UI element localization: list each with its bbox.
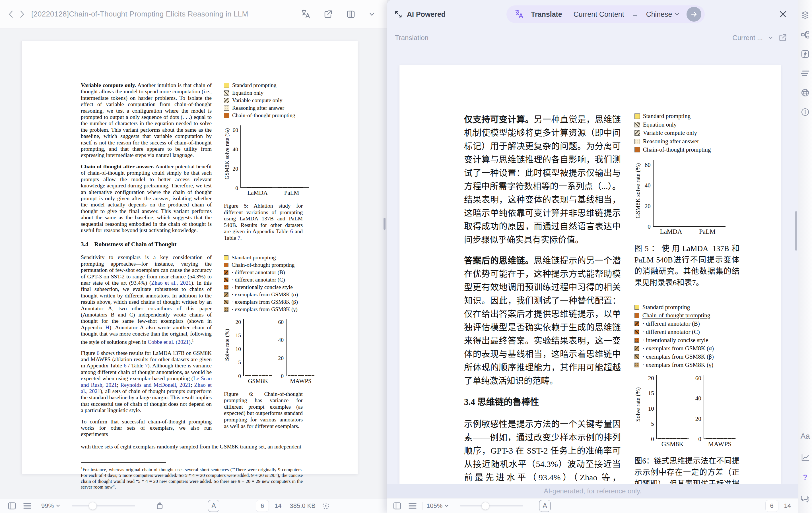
zh-paragraph-sensitivity: 示例敏感性是提示方法的一个关键考量因素——例如，通过改变少样本示例的排列顺序，G… bbox=[464, 417, 621, 484]
globe-icon bbox=[801, 88, 809, 97]
bar bbox=[249, 375, 251, 376]
citation-link[interactable]: H bbox=[105, 325, 109, 330]
thumbnails-button[interactable] bbox=[407, 500, 418, 512]
legend-swatch bbox=[635, 338, 639, 343]
reader-header: [20220128]Chain-of-Thought Prompting Eli… bbox=[0, 0, 387, 28]
citation-link[interactable]: 7 bbox=[238, 235, 240, 241]
stats-button[interactable] bbox=[800, 453, 810, 463]
back-button[interactable] bbox=[5, 8, 17, 20]
view-options-button[interactable] bbox=[368, 9, 376, 20]
zoom-slider[interactable] bbox=[72, 505, 135, 507]
bar bbox=[682, 226, 686, 226]
legend-swatch bbox=[224, 307, 229, 312]
sidebar-toggle-button[interactable] bbox=[392, 500, 403, 512]
legend-label: · exemplars from GSM8K (α) bbox=[642, 345, 714, 352]
chevron-down-icon[interactable] bbox=[768, 36, 773, 39]
translate-button[interactable] bbox=[300, 9, 311, 20]
info-button[interactable] bbox=[800, 107, 810, 117]
text-mode-button[interactable]: A bbox=[208, 500, 220, 512]
target-language-select[interactable]: Chinese bbox=[646, 10, 679, 19]
legend-label: Standard prompting bbox=[643, 113, 691, 120]
ai-powered-label: AI Powered bbox=[394, 10, 445, 19]
text-mode-button[interactable]: A bbox=[539, 500, 551, 512]
legend-item: Variable compute only bbox=[224, 97, 303, 103]
figure6-chart: Solve rate (%)05101520GSM8K0204060MAWPS bbox=[224, 316, 303, 385]
zoom-select[interactable]: 99% bbox=[41, 502, 60, 510]
y-axis-label: GSM8K solve rate (%) bbox=[635, 157, 642, 224]
y-axis-label: Solve rate (%) bbox=[224, 316, 230, 373]
summary-button[interactable] bbox=[800, 68, 810, 79]
citation-link[interactable]: 6 bbox=[97, 350, 99, 356]
translation-scrollbar[interactable] bbox=[795, 211, 797, 250]
citation-link[interactable]: 6 bbox=[124, 363, 126, 368]
close-panel-button[interactable] bbox=[778, 9, 788, 19]
left-scrollbar[interactable] bbox=[383, 218, 385, 230]
citation-link[interactable]: 7 bbox=[145, 363, 148, 368]
zh-figure5-chart: GSM8K solve rate (%)0204060LaMDAPaLM bbox=[635, 157, 740, 236]
legend-swatch bbox=[224, 292, 229, 297]
translated-text-column: 仅支持可变计算。另一种直觉是，思维链机制使模型能够将更多计算资源（即中间标记）用… bbox=[464, 113, 621, 484]
y-tick: 40 bbox=[233, 147, 238, 152]
zoom-slider-thumb[interactable] bbox=[89, 502, 97, 510]
bar-group bbox=[693, 226, 719, 226]
legend-item: · exemplars from GSM8K (β) bbox=[224, 299, 303, 305]
bar bbox=[252, 375, 255, 376]
font-settings-button[interactable]: Aa bbox=[800, 431, 810, 441]
forward-button[interactable] bbox=[17, 8, 28, 20]
zoom-slider-thumb[interactable] bbox=[482, 502, 489, 510]
bar bbox=[291, 375, 294, 376]
citation-link[interactable]: 6 bbox=[290, 228, 293, 234]
plot-area bbox=[704, 375, 736, 439]
open-external-button[interactable] bbox=[323, 9, 334, 20]
figure5-caption: Figure 5: Ablation study for different v… bbox=[224, 203, 303, 241]
legend-swatch bbox=[224, 113, 229, 118]
sidebar-toggle-button[interactable] bbox=[6, 500, 18, 512]
flash-button[interactable] bbox=[800, 49, 810, 59]
chat-icon bbox=[801, 495, 809, 503]
paper-text-column: Variable compute only. Another intuition… bbox=[81, 82, 212, 443]
open-translation-external-icon[interactable] bbox=[778, 34, 787, 42]
thumbnails-button[interactable] bbox=[22, 500, 33, 512]
zh-paragraph-cot-after-answer: 答案后的思维链。思维链提示的另一个潜在优势可能在于，这种提示方式能帮助模型更有效… bbox=[464, 254, 621, 387]
split-view-button[interactable] bbox=[345, 9, 356, 20]
bar bbox=[731, 438, 735, 439]
pdf-page: Variable compute only. Another intuition… bbox=[21, 41, 358, 474]
translation-toolbar: 105% A 6 14 bbox=[387, 498, 799, 513]
bar bbox=[259, 375, 261, 376]
zoom-select[interactable]: 105% bbox=[427, 502, 449, 510]
bar bbox=[717, 438, 720, 439]
legend-item: Chain-of-thought prompting bbox=[635, 312, 740, 319]
bar bbox=[671, 226, 675, 226]
translate-scope[interactable]: Current Content bbox=[574, 10, 624, 19]
figure6-caption: Figure 6: Chain-of-thought prompting has… bbox=[224, 391, 303, 430]
mindmap-button[interactable] bbox=[800, 30, 810, 40]
bar bbox=[693, 226, 697, 226]
feedback-button[interactable] bbox=[800, 494, 810, 504]
document-viewport[interactable]: Variable compute only. Another intuition… bbox=[0, 28, 387, 498]
bar bbox=[684, 438, 687, 439]
expand-icon[interactable] bbox=[394, 10, 402, 18]
chart-panel: 0204060LaMDAPaLM bbox=[231, 125, 309, 197]
help-button[interactable]: ? bbox=[800, 472, 810, 482]
legend-item: · exemplars from GSM8K (γ) bbox=[224, 306, 303, 312]
zoom-slider[interactable] bbox=[460, 505, 523, 507]
current-page-input[interactable]: 6 bbox=[256, 500, 269, 512]
layers-button[interactable] bbox=[800, 10, 810, 21]
citation-link[interactable]: Zhao et al., 2021 bbox=[151, 280, 191, 286]
paper-figure-column: Standard promptingEquation onlyVariable … bbox=[224, 82, 303, 443]
focus-mode-button[interactable] bbox=[320, 500, 331, 512]
current-page-input[interactable]: 6 bbox=[765, 500, 778, 512]
run-translate-button[interactable] bbox=[687, 7, 701, 22]
citation-link[interactable]: Cobbe et al. (2021) bbox=[148, 339, 191, 345]
translation-scope-select[interactable]: Current ... bbox=[732, 34, 763, 42]
x-category-label: LaMDA bbox=[240, 189, 274, 197]
y-tick: 10 bbox=[236, 346, 241, 352]
citation-link[interactable]: Reynolds and McDonell, 2021 bbox=[120, 382, 191, 388]
web-translate-button[interactable] bbox=[800, 88, 810, 98]
menu-icon bbox=[23, 503, 31, 509]
legend-swatch bbox=[635, 122, 640, 127]
bar bbox=[262, 375, 265, 376]
info-icon bbox=[801, 108, 809, 116]
rotate-page-button[interactable] bbox=[154, 500, 165, 512]
zh-figure6-legend: Standard promptingChain-of-thought promp… bbox=[635, 304, 740, 368]
